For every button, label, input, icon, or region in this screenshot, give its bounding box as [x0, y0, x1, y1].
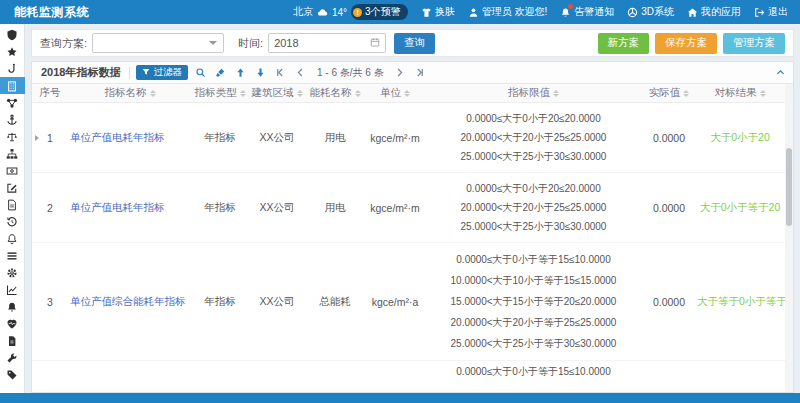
sidebar-item-bell[interactable] [0, 298, 25, 315]
vertical-scrollbar[interactable] [785, 84, 793, 392]
sidebar-item-shield[interactable] [0, 26, 25, 43]
sidebar-item-bell-outline[interactable] [0, 230, 25, 247]
sidebar-item-anchor[interactable] [0, 111, 25, 128]
cell-indicator-name-link[interactable]: 单位产值电耗年指标 [68, 201, 192, 215]
column-header-limit[interactable]: 指标限值 [426, 86, 641, 100]
sidebar-item-money[interactable] [0, 162, 25, 179]
column-header-actual[interactable]: 实际值 [641, 86, 697, 100]
next-page-icon[interactable] [393, 66, 407, 80]
cell-result: 大于0小于20 [697, 131, 783, 145]
column-header-no: 序号 [32, 86, 68, 100]
menu-item-my-apps[interactable]: 我的应用 [687, 5, 741, 19]
tag-icon [6, 369, 18, 381]
cell-indicator-name-link[interactable]: 单位产值综合能耗年指标 [68, 295, 192, 309]
manage-scheme-button[interactable]: 管理方案 [723, 33, 785, 54]
sidebar-item-star[interactable] [0, 43, 25, 60]
row-expand-arrow[interactable] [35, 135, 39, 141]
cell-actual: 0.0000 [641, 132, 697, 144]
limit-line: 20.0000<大于20小于25≤25.0000 [426, 131, 641, 145]
cell-unit: kgce/m²·m [364, 202, 426, 214]
menu-item-user-label: 管理员 欢迎您! [482, 5, 548, 19]
bell-icon [560, 7, 571, 18]
clear-filter-icon[interactable] [214, 66, 228, 80]
sidebar-item-org-chart[interactable] [0, 145, 25, 162]
menu-item-my-apps-label: 我的应用 [701, 5, 741, 19]
money-icon [6, 165, 18, 177]
scheme-select[interactable] [92, 33, 224, 53]
filter-button[interactable]: 过滤器 [136, 65, 188, 80]
search-button[interactable]: 查询 [394, 33, 435, 54]
share-nodes-icon [6, 97, 18, 109]
cloud-icon [317, 7, 328, 18]
sidebar-item-settings[interactable] [0, 264, 25, 281]
first-page-icon[interactable] [274, 66, 288, 80]
table-body-wrap: 序号 指标名称 指标类型 建筑区域 能耗名称 单位 指标限值 实际值 对标结果 … [32, 84, 793, 392]
column-header-energy[interactable]: 能耗名称 [306, 86, 364, 100]
sidebar-item-hook[interactable] [0, 60, 25, 77]
column-header-result[interactable]: 对标结果 [697, 86, 783, 100]
limit-line: 15.0000<大于15小于等于20≤20.0000 [426, 295, 641, 309]
weather-widget: 北京 14° ! 3个预警 [293, 4, 408, 20]
chart-line-icon [6, 284, 18, 296]
menu-item-logout[interactable]: 退出 [754, 5, 788, 19]
sidebar-item-menu[interactable] [0, 247, 25, 264]
logout-icon [754, 7, 765, 18]
limit-line: 20.0000<大于20小于等于25≤25.0000 [426, 316, 641, 330]
column-header-area[interactable]: 建筑区域 [248, 86, 306, 100]
file-icon [6, 335, 18, 347]
move-down-icon[interactable] [254, 66, 268, 80]
sort-icon [240, 90, 246, 97]
table-title: 2018年指标数据 [41, 65, 120, 80]
cell-area: XX公司 [248, 295, 306, 309]
star-icon [6, 46, 18, 58]
sort-icon [150, 90, 156, 97]
warning-count-badge[interactable]: ! 3个预警 [351, 4, 408, 20]
cell-indicator-name-link[interactable]: 单位产值电耗年指标 [68, 131, 192, 145]
menu-item-3d-system[interactable]: 3D系统 [627, 5, 674, 19]
cell-no: 2 [32, 202, 68, 214]
sidebar-item-document[interactable] [0, 196, 25, 213]
sort-icon [404, 90, 410, 97]
anchor-icon [6, 114, 18, 126]
cell-limits: 0.0000≤大于0小于20≤20.0000 20.0000<大于20小于25≤… [426, 103, 641, 172]
filter-funnel-icon [142, 67, 150, 78]
time-label: 时间: [238, 36, 263, 51]
search-icon[interactable] [194, 66, 208, 80]
prev-page-icon[interactable] [294, 66, 308, 80]
column-header-type[interactable]: 指标类型 [192, 86, 248, 100]
table-toolbar: 2018年指标数据 过滤器 1 - 6 条/共 6 条 [32, 62, 793, 84]
cell-area: XX公司 [248, 201, 306, 215]
menu-item-skin[interactable]: 换肤 [421, 5, 455, 19]
scrollbar-thumb[interactable] [786, 148, 792, 226]
sort-icon [297, 90, 303, 97]
top-menu: 北京 14° ! 3个预警 换肤 管理员 欢迎您! 告警通知 3D系统 [293, 4, 788, 20]
new-scheme-button[interactable]: 新方案 [598, 33, 650, 54]
last-page-icon[interactable] [413, 66, 427, 80]
menu-item-alarm[interactable]: 告警通知 [560, 5, 614, 19]
table-row-partial: 0.0000≤大于0小于等于15≤10.0000 [32, 361, 793, 392]
sidebar-item-building-active[interactable] [0, 77, 25, 94]
column-header-unit[interactable]: 单位 [364, 86, 426, 100]
time-input[interactable]: 2018 [268, 33, 386, 53]
menu-item-user[interactable]: 管理员 欢迎您! [468, 5, 548, 19]
sidebar-item-chart[interactable] [0, 281, 25, 298]
sidebar-item-history[interactable] [0, 213, 25, 230]
move-up-icon[interactable] [234, 66, 248, 80]
cell-limits: 0.0000≤大于0小于20≤20.0000 20.0000<大于20小于25≤… [426, 173, 641, 242]
sidebar-item-health[interactable] [0, 315, 25, 332]
wrench-icon [6, 352, 18, 364]
sidebar-item-tag[interactable] [0, 366, 25, 383]
home-icon [687, 7, 698, 18]
sidebar-item-share[interactable] [0, 94, 25, 111]
save-scheme-button[interactable]: 保存方案 [655, 33, 717, 54]
collapse-panel-icon[interactable] [773, 66, 787, 80]
column-header-name[interactable]: 指标名称 [68, 86, 192, 100]
sidebar-item-edit[interactable] [0, 179, 25, 196]
sidebar-item-tools[interactable] [0, 349, 25, 366]
sidebar-item-scale[interactable] [0, 128, 25, 145]
indicator-table-panel: 2018年指标数据 过滤器 1 - 6 条/共 6 条 序 [31, 61, 794, 393]
top-bar: 能耗监测系统 北京 14° ! 3个预警 换肤 管理员 欢迎您! 告警通知 [0, 0, 800, 24]
sidebar-item-file[interactable] [0, 332, 25, 349]
sort-icon [760, 90, 766, 97]
sort-icon [683, 90, 689, 97]
